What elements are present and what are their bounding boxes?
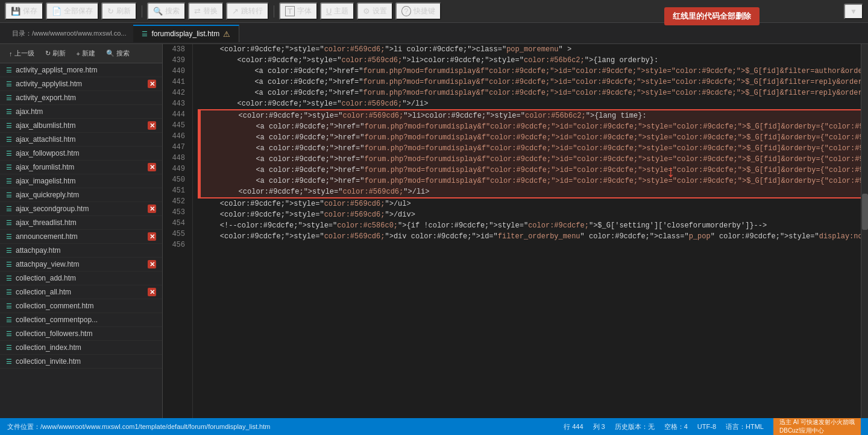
sidebar-item[interactable]: ☰ ajax.htm <box>0 105 162 119</box>
sidebar-item[interactable]: ☰ ajax_threadlist.htm <box>0 216 162 230</box>
code-line: <color:#9cdcfe;">style="color:#569cd6;">… <box>198 198 863 209</box>
sidebar-item[interactable]: ☰ activity_export.htm <box>0 91 162 105</box>
red-block-wrapper: <color:#9cdcfe;">style="color:#569cd6;">… <box>198 109 863 198</box>
file-icon: ☰ <box>6 358 12 366</box>
line-number: 439 <box>168 55 185 66</box>
sidebar-item[interactable]: ☰ ajax_attachlist.htm <box>0 133 162 147</box>
sidebar-item[interactable]: ☰ ajax_forumlist.htm ✕ <box>0 160 162 174</box>
line-number: 442 <box>168 87 185 98</box>
file-icon: ☰ <box>6 136 12 144</box>
shortcuts-button[interactable]: ? 快捷键 <box>395 2 441 20</box>
sidebar-item[interactable]: ☰ attachpay.htm <box>0 244 162 258</box>
sidebar-item[interactable]: ☰ collection_commentpop... <box>0 313 162 327</box>
code-line: <color:#9cdcfe;">style="color:#569cd6;">… <box>198 44 863 55</box>
delete-icon[interactable]: ✕ <box>148 80 156 88</box>
file-name: attachpay.htm <box>16 246 156 255</box>
delete-icon[interactable]: ✕ <box>148 260 156 268</box>
tabbar: 目录：/www/wwwroot/www.mxswl.co... ☰ forumd… <box>0 23 868 44</box>
sidebar-item[interactable]: ☰ collection_index.htm <box>0 341 162 355</box>
col-status: 列 3 <box>593 422 605 431</box>
code-area[interactable]: 4384394404414424434444454464474484494504… <box>163 44 868 418</box>
expand-button[interactable]: ▼ <box>844 4 863 19</box>
language-status: 语言：HTML <box>726 422 764 431</box>
delete-icon[interactable]: ✕ <box>148 163 156 171</box>
code-line: <a color:#9cdcfe;">href="forum.php?mod=f… <box>199 154 862 165</box>
sidebar-item[interactable]: ☰ ajax_secondgroup.htm ✕ <box>0 202 162 216</box>
file-name: collection_all.htm <box>16 288 144 296</box>
scrollbar-thumb <box>862 194 868 230</box>
sidebar-item[interactable]: ☰ collection_add.htm <box>0 271 162 285</box>
new-button[interactable]: + 新建 <box>72 47 99 60</box>
line-number: 453 <box>168 207 185 218</box>
sidebar: ↑ 上一级 ↻ 刷新 + 新建 🔍 搜索 ☰ activity_applist_… <box>0 44 163 418</box>
sidebar-item[interactable]: ☰ collection_comment.htm <box>0 299 162 313</box>
sidebar-item[interactable]: ☰ attachpay_view.htm ✕ <box>0 258 162 271</box>
file-icon: ☰ <box>6 108 12 116</box>
sidebar-item[interactable]: ☰ collection_invite.htm <box>0 355 162 369</box>
file-name: collection_followers.htm <box>16 329 156 338</box>
code-line: <color:#9cdcfe;">style="color:#569cd6;">… <box>199 110 862 121</box>
save-button[interactable]: 💾 保存 <box>5 2 43 20</box>
sidebar-item[interactable]: ☰ ajax_albumlist.htm ✕ <box>0 119 162 133</box>
file-tab-icon: ☰ <box>142 30 148 38</box>
delete-icon[interactable]: ✕ <box>148 288 156 296</box>
delete-icon[interactable]: ✕ <box>148 121 156 130</box>
new-icon: + <box>77 50 80 57</box>
code-line: <a color:#9cdcfe;">href="forum.php?mod=f… <box>198 77 863 87</box>
code-content[interactable]: <color:#9cdcfe;">style="color:#569cd6;">… <box>193 44 868 418</box>
file-icon: ☰ <box>6 288 12 296</box>
search-icon: 🔍 <box>153 7 163 16</box>
goto-button[interactable]: ↗ 跳转行 <box>226 2 269 20</box>
sidebar-search-button[interactable]: 🔍 搜索 <box>102 47 134 60</box>
sidebar-item[interactable]: ☰ ajax_imagelist.htm <box>0 174 162 188</box>
sidebar-item[interactable]: ☰ ajax_followpost.htm <box>0 147 162 160</box>
line-number: 441 <box>168 77 185 87</box>
line-number: 455 <box>168 229 185 240</box>
file-name: ajax_quickreply.htm <box>16 191 156 199</box>
replace-button[interactable]: ⇄ 替换 <box>188 2 224 20</box>
sidebar-item[interactable]: ☰ ajax_quickreply.htm <box>0 188 162 202</box>
sidebar-item[interactable]: ☰ collection_followers.htm <box>0 327 162 341</box>
theme-button[interactable]: U 主题 <box>320 2 354 20</box>
line-number: 456 <box>168 240 185 250</box>
statusbar-right: 行 444 列 3 历史版本：无 空格：4 UTF-8 语言：HTML 迅主 A… <box>564 417 861 435</box>
vertical-scrollbar[interactable] <box>861 44 868 418</box>
sidebar-file-list: ☰ activity_applist_more.htm ☰ activity_a… <box>0 63 162 418</box>
sidebar-item[interactable]: ☰ activity_applist_more.htm <box>0 63 162 77</box>
line-number: 449 <box>168 164 185 174</box>
file-name: ajax_albumlist.htm <box>16 121 144 130</box>
sidebar-refresh-button[interactable]: ↻ 刷新 <box>41 47 70 60</box>
dbcuz-badge[interactable]: 迅主 AI 可快速发射小火箭哦 DBCuz!应用中心 <box>773 417 861 435</box>
file-name: ajax_threadlist.htm <box>16 218 156 227</box>
file-icon: ☰ <box>6 94 12 102</box>
code-line: <color:#9cdcfe;">style="color:#569cd6;">… <box>199 186 862 197</box>
file-name: ajax_attachlist.htm <box>16 135 156 144</box>
delete-icon[interactable]: ✕ <box>148 205 156 213</box>
file-name: collection_index.htm <box>16 343 156 352</box>
file-icon: ☰ <box>6 191 12 199</box>
file-name: activity_applist_more.htm <box>16 66 156 74</box>
file-name: ajax_imagelist.htm <box>16 177 156 185</box>
refresh-button[interactable]: ↻ 刷新 <box>101 2 137 20</box>
file-icon: ☰ <box>6 247 12 255</box>
sidebar-item[interactable]: ☰ collection_all.htm ✕ <box>0 285 162 299</box>
tab-warning-icon: ⚠ <box>223 30 230 39</box>
line-number: 448 <box>168 153 185 164</box>
delete-icon[interactable]: ✕ <box>148 232 156 241</box>
save-all-button[interactable]: 📄 全部保存 <box>46 2 99 20</box>
up-button[interactable]: ↑ 上一级 <box>5 47 39 60</box>
active-tab[interactable]: ☰ forumdisplay_list.htm ⚠ <box>133 25 239 42</box>
file-icon: ☰ <box>6 66 12 74</box>
search-button[interactable]: 🔍 搜索 <box>147 2 186 20</box>
save-icon: 💾 <box>11 7 20 16</box>
settings-button[interactable]: ⚙ 设置 <box>357 2 393 20</box>
settings-icon: ⚙ <box>363 7 370 16</box>
code-line: <color:#9cdcfe;">style="color:#569cd6;">… <box>198 209 863 220</box>
sidebar-item[interactable]: ☰ announcement.htm ✕ <box>0 230 162 244</box>
sidebar-item[interactable]: ☰ activity_applylist.htm ✕ <box>0 77 162 91</box>
font-button[interactable]: T 字体 <box>279 2 318 20</box>
line-number: 446 <box>168 131 185 142</box>
line-number: 454 <box>168 218 185 229</box>
file-path-status: 文件位置：/www/wwwroot/www.mxswl.com1/templat… <box>7 422 270 431</box>
sep1 <box>142 5 142 17</box>
